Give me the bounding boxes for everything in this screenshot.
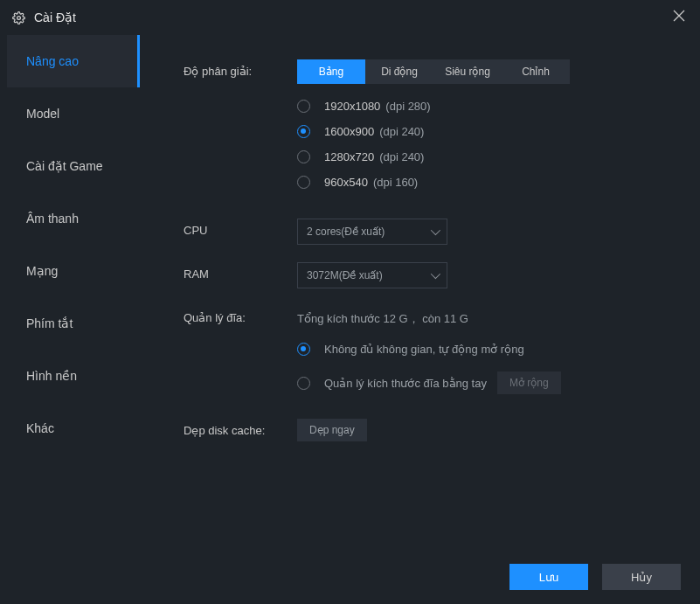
sidebar-item-label: Phím tắt bbox=[26, 316, 73, 330]
cpu-label: CPU bbox=[184, 219, 297, 245]
chevron-down-icon bbox=[431, 269, 440, 279]
sidebar-item-shortcuts[interactable]: Phím tắt bbox=[7, 297, 140, 350]
sidebar-item-label: Hình nền bbox=[26, 369, 77, 383]
radio-icon bbox=[297, 343, 310, 356]
resolution-option-1[interactable]: 1600x900(dpi 240) bbox=[297, 125, 670, 138]
sidebar-item-sound[interactable]: Âm thanh bbox=[7, 192, 140, 245]
svg-point-0 bbox=[17, 16, 21, 19]
radio-icon bbox=[297, 125, 310, 138]
ram-dropdown-value: 3072M(Đề xuất) bbox=[307, 269, 383, 281]
sidebar-item-network[interactable]: Mạng bbox=[7, 245, 140, 297]
gear-icon bbox=[12, 11, 25, 24]
sidebar-item-advanced[interactable]: Nâng cao bbox=[7, 35, 140, 87]
sidebar-item-label: Nâng cao bbox=[26, 54, 79, 68]
sidebar-item-label: Cài đặt Game bbox=[26, 159, 103, 173]
ram-dropdown[interactable]: 3072M(Đề xuất) bbox=[297, 262, 447, 288]
clear-cache-button[interactable]: Dẹp ngay bbox=[297, 419, 367, 441]
sidebar-item-game[interactable]: Cài đặt Game bbox=[7, 140, 140, 192]
sidebar-item-label: Khác bbox=[26, 421, 54, 435]
sidebar-item-label: Âm thanh bbox=[26, 212, 79, 226]
radio-icon bbox=[297, 150, 310, 163]
disk-option-manual[interactable]: Quản lý kích thước đĩa bằng tay bbox=[297, 377, 487, 390]
tab-table[interactable]: Bảng bbox=[297, 59, 365, 84]
sidebar-item-model[interactable]: Model bbox=[7, 87, 140, 140]
resolution-option-3[interactable]: 960x540(dpi 160) bbox=[297, 176, 670, 189]
sidebar-item-other[interactable]: Khác bbox=[7, 402, 140, 455]
close-icon[interactable] bbox=[672, 9, 688, 24]
ram-label: RAM bbox=[184, 262, 297, 288]
cancel-button[interactable]: Hủy bbox=[602, 564, 681, 590]
chevron-down-icon bbox=[431, 226, 440, 235]
resolution-tabs: Bảng Di động Siêu rộng Chỉnh bbox=[297, 59, 670, 84]
titlebar: Cài Đặt bbox=[0, 0, 700, 35]
save-button[interactable]: Lưu bbox=[509, 564, 588, 590]
sidebar-item-wallpaper[interactable]: Hình nền bbox=[7, 350, 140, 402]
tab-ultrawide[interactable]: Siêu rộng bbox=[433, 59, 502, 84]
cache-label: Dẹp disk cache: bbox=[184, 419, 297, 441]
expand-button[interactable]: Mở rộng bbox=[497, 371, 561, 394]
cpu-dropdown[interactable]: 2 cores(Đề xuất) bbox=[297, 219, 447, 245]
main-panel: Độ phân giải: Bảng Di động Siêu rộng Chỉ… bbox=[140, 35, 700, 559]
radio-icon bbox=[297, 100, 310, 113]
disk-label: Quản lý đĩa: bbox=[184, 306, 297, 394]
resolution-option-0[interactable]: 1920x1080(dpi 280) bbox=[297, 100, 670, 113]
tab-custom[interactable]: Chỉnh bbox=[502, 59, 570, 84]
sidebar-item-label: Model bbox=[26, 107, 59, 121]
resolution-label: Độ phân giải: bbox=[184, 59, 297, 201]
footer: Lưu Hủy bbox=[509, 564, 681, 590]
sidebar-item-label: Mạng bbox=[26, 264, 58, 278]
sidebar: Nâng cao Model Cài đặt Game Âm thanh Mạn… bbox=[7, 35, 140, 559]
resolution-option-2[interactable]: 1280x720(dpi 240) bbox=[297, 150, 670, 163]
tab-mobile[interactable]: Di động bbox=[365, 59, 433, 84]
radio-icon bbox=[297, 377, 310, 390]
radio-icon bbox=[297, 176, 310, 189]
disk-option-auto[interactable]: Không đủ không gian, tự động mở rộng bbox=[297, 343, 670, 356]
disk-info: Tổng kích thước 12 G， còn 11 G bbox=[297, 306, 670, 327]
window-title: Cài Đặt bbox=[34, 10, 76, 24]
cpu-dropdown-value: 2 cores(Đề xuất) bbox=[307, 226, 385, 238]
